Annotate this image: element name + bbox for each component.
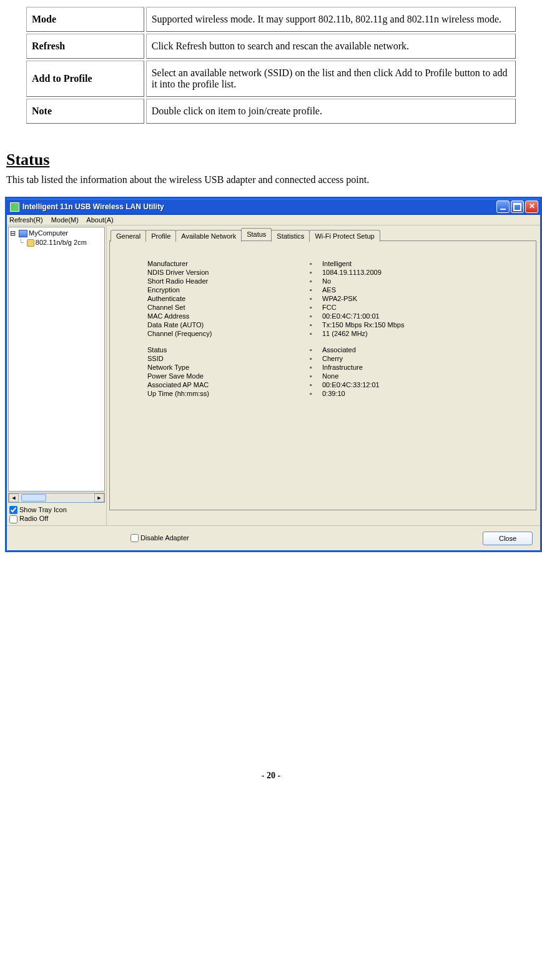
status-key: Data Rate (AUTO) — [147, 321, 310, 329]
radio-off-check[interactable]: Radio Off — [9, 515, 104, 523]
status-val: Associated — [322, 346, 523, 354]
status-val: None — [322, 372, 523, 380]
status-key: SSID — [147, 355, 310, 362]
computer-icon — [19, 230, 27, 237]
window-title: Intelligent 11n USB Wireless LAN Utility — [22, 202, 495, 211]
row-label: Note — [26, 99, 144, 124]
tree-child[interactable]: 802.11n/b/g 2cm — [10, 238, 103, 247]
tab-area: General Profile Available Network Status… — [107, 225, 540, 525]
app-icon — [10, 202, 19, 212]
status-val: Cherry — [322, 355, 523, 362]
disable-adapter-check[interactable]: Disable Adapter — [131, 534, 189, 542]
status-key: Status — [147, 346, 310, 354]
status-val: Infrastructure — [322, 364, 523, 371]
app-window: Intelligent 11n USB Wireless LAN Utility… — [5, 197, 542, 552]
minimize-button[interactable] — [496, 200, 510, 213]
scroll-thumb[interactable] — [21, 494, 46, 502]
status-val: No — [322, 277, 523, 285]
tab-body: Manufacturer▪Intelligent NDIS Driver Ver… — [109, 240, 536, 510]
show-tray-icon-check[interactable]: Show Tray Icon — [9, 506, 104, 515]
tree-root[interactable]: MyComputer — [10, 229, 103, 238]
section-heading: Status — [6, 151, 537, 169]
status-val: 0:39:10 — [322, 390, 523, 397]
status-val: WPA2-PSK — [322, 295, 523, 302]
status-val: AES — [322, 286, 523, 294]
tab-general[interactable]: General — [111, 230, 146, 242]
status-key: Power Save Mode — [147, 372, 310, 380]
row-label: Refresh — [26, 34, 144, 59]
status-key: Channel Set — [147, 304, 310, 311]
row-desc: Select an available network (SSID) on th… — [146, 61, 516, 97]
tree-checkboxes: Show Tray Icon Radio Off — [7, 504, 106, 525]
row-desc: Double click on item to join/create prof… — [146, 99, 516, 124]
status-key: Authenticate — [147, 295, 310, 302]
row-desc: Supported wireless mode. It may support … — [146, 7, 516, 32]
close-window-button[interactable] — [525, 200, 538, 213]
status-key: Up Time (hh:mm:ss) — [147, 390, 310, 397]
tab-status[interactable]: Status — [241, 228, 272, 240]
status-val: 11 (2462 MHz) — [322, 330, 523, 337]
tree-view[interactable]: MyComputer 802.11n/b/g 2cm — [8, 227, 105, 492]
status-key: Manufacturer — [147, 260, 310, 267]
status-key: NDIS Driver Version — [147, 269, 310, 276]
tab-statistics[interactable]: Statistics — [271, 230, 310, 242]
section-desc: This tab listed the information about th… — [6, 174, 537, 186]
status-key: Short Radio Header — [147, 277, 310, 285]
maximize-button[interactable] — [511, 200, 524, 213]
status-val: 1084.19.1113.2009 — [322, 269, 523, 276]
status-val: 00:E0:4C:71:00:01 — [322, 312, 523, 320]
close-button[interactable]: Close — [483, 532, 533, 545]
row-label: Add to Profile — [26, 61, 144, 97]
status-key: Encryption — [147, 286, 310, 294]
status-key: Associated AP MAC — [147, 381, 310, 389]
bottom-bar: Disable Adapter Close — [7, 525, 540, 550]
row-label: Mode — [26, 7, 144, 32]
status-val: Intelligent — [322, 260, 523, 267]
tree-panel: MyComputer 802.11n/b/g 2cm ◄ ► Show Tray… — [7, 225, 107, 525]
tab-row: General Profile Available Network Status… — [111, 228, 536, 240]
tab-profile[interactable]: Profile — [145, 230, 176, 242]
menu-mode[interactable]: Mode(M) — [51, 216, 79, 224]
status-val: Tx:150 Mbps Rx:150 Mbps — [322, 321, 523, 329]
menubar: Refresh(R) Mode(M) About(A) — [7, 215, 540, 225]
menu-refresh[interactable]: Refresh(R) — [9, 216, 43, 224]
status-val: 00:E0:4C:33:12:01 — [322, 381, 523, 389]
status-grid: Manufacturer▪Intelligent NDIS Driver Ver… — [147, 260, 523, 397]
row-desc: Click Refresh button to search and resca… — [146, 34, 516, 59]
titlebar[interactable]: Intelligent 11n USB Wireless LAN Utility — [7, 199, 540, 215]
status-key: Network Type — [147, 364, 310, 371]
status-key: MAC Address — [147, 312, 310, 320]
menu-about[interactable]: About(A) — [86, 216, 113, 224]
status-val: FCC — [322, 304, 523, 311]
tree-scrollbar[interactable]: ◄ ► — [8, 493, 105, 503]
page-number: - 20 - — [5, 771, 537, 781]
tab-wifi-protect[interactable]: Wi-Fi Protect Setup — [309, 230, 380, 242]
status-key: Channel (Frequency) — [147, 330, 310, 337]
scroll-left-icon[interactable]: ◄ — [9, 493, 19, 502]
tab-available-network[interactable]: Available Network — [175, 230, 242, 242]
scroll-right-icon[interactable]: ► — [94, 493, 104, 502]
definitions-table: Mode Supported wireless mode. It may sup… — [24, 5, 518, 126]
adapter-icon — [27, 239, 34, 247]
